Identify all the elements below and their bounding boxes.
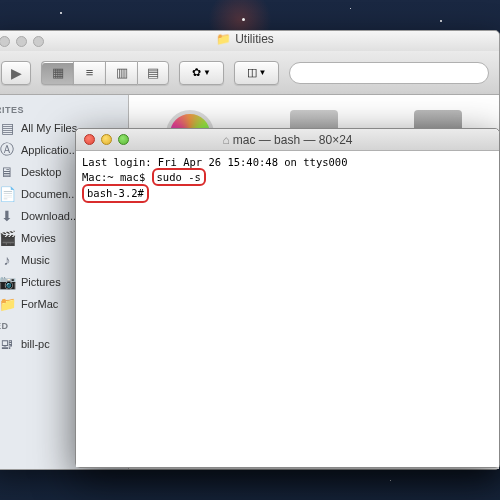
sidebar-item-label: Download... (21, 210, 79, 222)
columns-icon: ▥ (116, 65, 128, 80)
computer-icon: 🖳 (0, 336, 15, 352)
pictures-icon: 📷 (0, 274, 15, 290)
finder-zoom-button[interactable] (33, 36, 44, 47)
search-input[interactable] (289, 62, 489, 84)
sidebar-item-label: bill-pc (21, 338, 50, 350)
sidebar-item-label: ForMac (21, 298, 58, 310)
grid-icon: ▦ (52, 65, 64, 80)
sidebar-item-label: Applicatio... (21, 144, 78, 156)
gear-icon: ✿ (192, 66, 201, 79)
list-icon: ≡ (86, 65, 94, 80)
folder-icon: 📁 (216, 32, 231, 46)
finder-minimize-button[interactable] (16, 36, 27, 47)
coverflow-view-button[interactable]: ▤ (137, 61, 169, 85)
chevron-down-icon: ▼ (259, 68, 267, 77)
highlight-sudo: sudo -s (152, 168, 206, 186)
terminal-line: Mac:~ mac$ sudo -s (82, 169, 493, 185)
all-files-icon: ▤ (0, 120, 15, 136)
triangle-right-icon: ▶ (11, 65, 22, 81)
icon-view-button[interactable]: ▦ (41, 61, 73, 85)
forward-button[interactable]: ▶ (1, 61, 31, 85)
terminal-line: bash-3.2# (82, 185, 493, 201)
movies-icon: 🎬 (0, 230, 15, 246)
arrange-icon: ◫ (247, 66, 257, 79)
finder-titlebar[interactable]: 📁Utilities (0, 31, 499, 51)
finder-toolbar: ▶ ▦ ≡ ▥ ▤ ✿ ▼ ◫ ▼ 🔍 (0, 51, 499, 95)
sidebar-item-label: Desktop (21, 166, 61, 178)
sidebar-item-label: Movies (21, 232, 56, 244)
sidebar-item-label: Documen... (21, 188, 77, 200)
arrange-menu-button[interactable]: ◫ ▼ (234, 61, 279, 85)
apps-icon: Ⓐ (0, 142, 15, 158)
terminal-window: ⌂mac — bash — 80×24 Last login: Fri Apr … (75, 128, 500, 468)
chevron-down-icon: ▼ (203, 68, 211, 77)
action-menu-button[interactable]: ✿ ▼ (179, 61, 224, 85)
folder-icon: 📁 (0, 296, 15, 312)
terminal-titlebar[interactable]: ⌂mac — bash — 80×24 (76, 129, 499, 151)
sidebar-item-label: Pictures (21, 276, 61, 288)
terminal-line: Last login: Fri Apr 26 15:40:48 on ttys0… (82, 155, 493, 169)
sidebar-item-label: All My Files (21, 122, 77, 134)
coverflow-icon: ▤ (147, 65, 159, 80)
finder-window-title: 📁Utilities (0, 32, 499, 46)
home-icon: ⌂ (223, 133, 230, 147)
highlight-bash-prompt: bash-3.2# (82, 184, 149, 202)
column-view-button[interactable]: ▥ (105, 61, 137, 85)
terminal-content[interactable]: Last login: Fri Apr 26 15:40:48 on ttys0… (76, 151, 499, 467)
documents-icon: 📄 (0, 186, 15, 202)
sidebar-heading-favorites: VORITES (0, 99, 128, 117)
finder-close-button[interactable] (0, 36, 10, 47)
music-icon: ♪ (0, 252, 15, 268)
sidebar-item-label: Music (21, 254, 50, 266)
view-mode-segmented: ▦ ≡ ▥ ▤ (41, 61, 169, 85)
desktop-icon: 🖥 (0, 164, 15, 180)
downloads-icon: ⬇ (0, 208, 15, 224)
terminal-window-title: ⌂mac — bash — 80×24 (76, 133, 499, 147)
list-view-button[interactable]: ≡ (73, 61, 105, 85)
